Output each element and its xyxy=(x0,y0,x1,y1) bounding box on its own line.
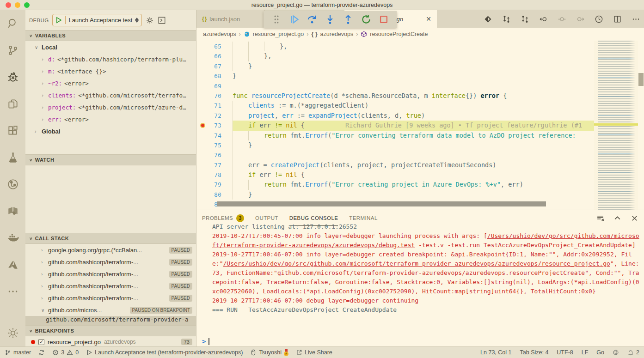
go-user-status-item[interactable]: Tsuyoshi ★ xyxy=(250,349,288,356)
extensions-icon[interactable] xyxy=(0,117,25,144)
line-number[interactable]: 74 xyxy=(196,131,233,140)
scrollbar-slider[interactable] xyxy=(638,73,644,86)
start-debug-icon[interactable] xyxy=(55,17,62,24)
toolbar-drag-grip[interactable] xyxy=(271,14,282,24)
feedback-smiley-icon[interactable] xyxy=(613,349,619,356)
horizontal-scrollbar[interactable] xyxy=(217,201,546,206)
continue-button[interactable] xyxy=(289,14,300,24)
breakpoint-checkbox[interactable]: ✓ xyxy=(38,339,44,345)
variable-row[interactable]: ›err: <error> xyxy=(25,113,196,125)
code-line[interactable]: 70func resourceProjectCreate(d *schema.R… xyxy=(196,91,594,101)
line-number[interactable]: 79 xyxy=(196,180,233,189)
test-explorer-icon[interactable] xyxy=(0,144,25,171)
code-line[interactable]: 69 xyxy=(196,81,594,91)
code-line[interactable]: 80} xyxy=(196,190,594,200)
variable-row[interactable]: ›project: <*github.com/microsoft/azure-d… xyxy=(25,101,196,113)
code-line[interactable]: 71clients := m.(*aggregatedClient) xyxy=(196,101,594,110)
codetour-icon[interactable] xyxy=(0,198,25,225)
files-icon[interactable] xyxy=(0,91,25,117)
variable-row[interactable]: ›~r2: <error> xyxy=(25,77,196,89)
code-line[interactable]: 79return fmt.Errorf("Error creating proj… xyxy=(196,180,594,189)
stop-button[interactable] xyxy=(379,14,389,24)
code-editor[interactable]: 65},66},67}68}6970func resourceProjectCr… xyxy=(196,41,644,210)
split-editor-icon[interactable] xyxy=(613,15,622,24)
maximize-window-button[interactable] xyxy=(24,2,30,8)
maximize-panel-icon[interactable] xyxy=(613,214,621,222)
debug-icon[interactable] xyxy=(0,64,25,91)
line-number[interactable]: 71 xyxy=(196,101,233,110)
step-out-button[interactable] xyxy=(343,14,353,24)
step-into-button[interactable] xyxy=(325,14,335,24)
minimize-window-button[interactable] xyxy=(15,2,20,8)
more-views-icon[interactable] xyxy=(0,278,25,305)
call-stack-frame[interactable]: ›github.com/hashicorp/terraform-...PAUSE… xyxy=(25,292,196,304)
variable-row[interactable]: ›m: <interface {}> xyxy=(25,65,196,77)
search-icon[interactable] xyxy=(0,10,25,37)
launch-config-dropdown[interactable]: Launch Acceptance test xyxy=(52,14,142,26)
launch-config-label[interactable]: Launch Acceptance test xyxy=(68,17,132,24)
variable-row[interactable]: ›d: <*github.com/hashicorp/terraform-plu… xyxy=(25,53,196,65)
close-panel-icon[interactable] xyxy=(631,214,638,222)
gitlens-diamond-icon[interactable] xyxy=(484,15,492,24)
breakpoint-row[interactable]: ✓resource_project.goazuredevops73 xyxy=(25,336,196,346)
git-branch-item[interactable]: master xyxy=(5,349,31,356)
code-line[interactable]: 68} xyxy=(196,71,594,81)
code-line[interactable]: 67} xyxy=(196,61,594,71)
open-debug-console-icon[interactable] xyxy=(158,16,166,24)
code-line[interactable]: 65}, xyxy=(196,42,594,51)
variable-row[interactable]: ›clients: <*github.com/microsoft/terrafo… xyxy=(25,89,196,101)
code-line[interactable]: 66}, xyxy=(196,51,594,61)
language-mode-item[interactable]: Go xyxy=(596,349,604,356)
call-stack-section-header[interactable]: ∨ CALL STACK xyxy=(25,233,196,244)
settings-gear-icon[interactable] xyxy=(0,320,25,346)
line-number[interactable]: 70 xyxy=(196,91,233,101)
tab-launch-json[interactable]: { } launch.json xyxy=(196,10,265,28)
launch-status-item[interactable]: Launch Acceptance test (terraform-provid… xyxy=(86,349,243,356)
line-number[interactable]: 69 xyxy=(196,81,233,91)
console-file-link[interactable]: /Users/ushio/dev/go/src/github.com/micro… xyxy=(223,260,610,267)
watch-section-header[interactable]: ∨ WATCH xyxy=(25,154,196,165)
azure-icon[interactable] xyxy=(0,251,25,278)
more-actions-icon[interactable] xyxy=(632,15,640,24)
breakpoint-hit-icon[interactable] xyxy=(200,123,205,128)
call-stack-frame[interactable]: ›github.com/hashicorp/terraform-...PAUSE… xyxy=(25,268,196,280)
compare-with-working-icon[interactable] xyxy=(521,15,529,24)
code-line[interactable]: 73if err != nil {Richard Guthrie [9 week… xyxy=(196,121,594,130)
code-line[interactable]: 77err = createProject(clients, project, … xyxy=(196,160,594,170)
code-line[interactable]: 74return fmt.Errorf("Error converting te… xyxy=(196,131,594,140)
line-number[interactable]: 73 xyxy=(196,121,233,130)
problems-status-item[interactable]: 3 0 xyxy=(52,349,79,356)
breakpoints-section-header[interactable]: ∨ BREAKPOINTS xyxy=(25,325,196,336)
breadcrumb-folder[interactable]: azuredevops xyxy=(203,31,236,37)
line-number[interactable]: 68 xyxy=(196,71,233,81)
line-number[interactable]: 67 xyxy=(196,61,233,71)
variables-section-header[interactable]: ∨ VARIABLES xyxy=(25,30,196,41)
code-line[interactable]: 72project, err := expandProject(clients,… xyxy=(196,111,594,121)
close-window-button[interactable] xyxy=(6,2,11,8)
debug-console-input[interactable]: > xyxy=(196,336,644,346)
line-number[interactable]: 77 xyxy=(196,160,233,170)
line-number[interactable]: 72 xyxy=(196,111,233,121)
line-number[interactable]: 66 xyxy=(196,51,233,61)
line-number[interactable]: 80 xyxy=(196,190,233,200)
variable-scope-row[interactable]: ›Global xyxy=(25,125,196,137)
call-stack-frame[interactable]: ›github.com/hashicorp/terraform-...PAUSE… xyxy=(25,256,196,268)
notifications-bell-item[interactable]: 2 xyxy=(627,349,639,356)
window-controls[interactable] xyxy=(6,2,30,8)
restart-button[interactable] xyxy=(361,14,371,24)
breadcrumb-file[interactable]: resource_project.go xyxy=(253,31,304,37)
code-line[interactable]: 78if err != nil { xyxy=(196,170,594,180)
breadcrumb-symbol[interactable]: resourceProjectCreate xyxy=(370,31,428,37)
code-line[interactable]: 76 xyxy=(196,150,594,160)
docker-icon[interactable] xyxy=(0,225,25,251)
clear-console-icon[interactable] xyxy=(596,214,604,222)
variable-scope-row[interactable]: ∨Local xyxy=(25,41,196,53)
close-tab-icon[interactable]: ✕ xyxy=(426,15,431,23)
line-number[interactable]: 75 xyxy=(196,140,233,150)
gitlens-icon[interactable] xyxy=(0,171,25,198)
debug-settings-gear-icon[interactable] xyxy=(146,16,154,24)
step-over-button[interactable] xyxy=(307,14,317,24)
eol-item[interactable]: LF xyxy=(582,349,589,356)
next-change-icon[interactable] xyxy=(576,15,585,24)
compare-with-previous-icon[interactable] xyxy=(502,15,511,24)
